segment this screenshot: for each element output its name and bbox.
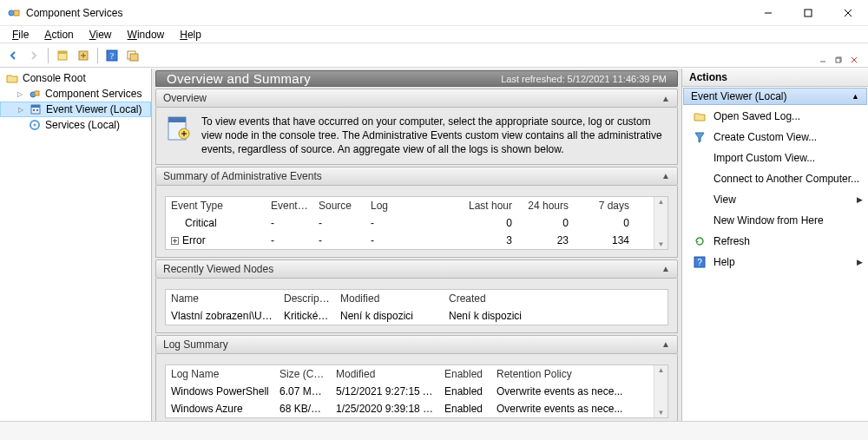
section-logsummary-header[interactable]: Log Summary ▲ — [155, 335, 678, 354]
details-pane: Overview and Summary Last refreshed: 5/1… — [152, 69, 681, 421]
section-summary-header[interactable]: Summary of Administrative Events ▲ — [155, 167, 678, 186]
menu-view[interactable]: View — [82, 28, 119, 42]
svg-point-25 — [34, 124, 36, 127]
tree-root[interactable]: Console Root — [0, 70, 151, 86]
svg-rect-22 — [33, 109, 35, 111]
maximize-button[interactable] — [788, 0, 828, 26]
overview-header: Overview and Summary Last refreshed: 5/1… — [155, 70, 678, 87]
svg-rect-12 — [58, 51, 67, 54]
menu-file[interactable]: File — [5, 28, 36, 42]
recent-grid[interactable]: Name Description Modified Created Vlastn… — [165, 289, 668, 325]
svg-rect-19 — [35, 91, 39, 95]
menu-window[interactable]: Window — [121, 28, 172, 42]
svg-rect-17 — [130, 54, 138, 61]
collapse-icon[interactable]: ▲ — [661, 94, 670, 103]
event-log-icon — [165, 115, 193, 142]
action-refresh[interactable]: Refresh — [682, 231, 868, 252]
svg-rect-1 — [14, 10, 19, 16]
mdi-close-button[interactable] — [847, 54, 861, 66]
expand-icon[interactable] — [171, 237, 179, 245]
tree-event-viewer[interactable]: ▷ Event Viewer (Local) — [0, 102, 151, 117]
action-help[interactable]: ? Help ▶ — [682, 252, 868, 273]
action-open-saved-log[interactable]: Open Saved Log... — [682, 106, 868, 127]
services-icon — [28, 118, 42, 132]
action-connect-computer[interactable]: Connect to Another Computer... — [682, 168, 868, 189]
toolbar-button-2[interactable] — [74, 46, 93, 65]
console-tree[interactable]: Console Root ▷ Component Services ▷ Even… — [0, 69, 152, 421]
table-row[interactable]: Windows Azure 68 KB/1.00... 1/25/2020 9:… — [166, 400, 654, 417]
collapse-icon[interactable]: ▲ — [661, 339, 670, 349]
svg-rect-8 — [836, 58, 840, 62]
actions-group-header[interactable]: Event Viewer (Local) ▲ — [683, 88, 867, 105]
action-new-window[interactable]: New Window from Here — [682, 210, 868, 231]
actions-pane: Actions Event Viewer (Local) ▲ Open Save… — [681, 69, 868, 421]
help-button[interactable]: ? — [102, 46, 122, 65]
chevron-right-icon: ▶ — [857, 195, 863, 204]
summary-grid[interactable]: Event Type Event ID Source Log Last hour… — [165, 196, 668, 250]
tree-component-services[interactable]: ▷ Component Services — [0, 86, 151, 102]
mdi-restore-button[interactable] — [832, 54, 845, 66]
scrollbar[interactable]: ▲▼ — [654, 365, 667, 417]
component-services-icon — [28, 87, 42, 101]
window-title: Component Services — [26, 7, 122, 19]
tree-services[interactable]: ▷ Services (Local) — [0, 117, 151, 133]
svg-rect-23 — [36, 109, 38, 111]
collapse-icon[interactable]: ▲ — [661, 264, 670, 273]
table-row[interactable]: Error - - - 3 23 134 — [166, 232, 654, 249]
svg-rect-21 — [31, 105, 40, 108]
title-bar: Component Services — [0, 0, 868, 26]
funnel-icon — [693, 130, 707, 144]
table-row[interactable]: Windows PowerShell 6.07 MB/1... 5/12/202… — [166, 383, 654, 400]
expander-icon[interactable]: ▷ — [16, 105, 25, 114]
close-button[interactable] — [828, 0, 868, 26]
mdi-minimize-button[interactable] — [816, 54, 830, 66]
actions-title: Actions — [682, 69, 868, 87]
collapse-icon[interactable]: ▲ — [661, 171, 670, 181]
event-viewer-icon — [29, 102, 43, 116]
toolbar-button-3[interactable] — [123, 46, 142, 65]
svg-text:?: ? — [697, 258, 702, 267]
nav-back-button[interactable] — [3, 46, 23, 65]
action-view[interactable]: View ▶ — [682, 189, 868, 210]
scrollbar[interactable]: ▲▼ — [654, 197, 667, 249]
logsummary-grid[interactable]: Log Name Size (Curre... Modified Enabled… — [165, 364, 668, 418]
menu-action[interactable]: Action — [37, 28, 80, 42]
svg-rect-27 — [168, 117, 186, 122]
folder-icon — [5, 71, 19, 85]
chevron-right-icon: ▶ — [857, 258, 863, 266]
section-overview-header[interactable]: Overview ▲ — [155, 89, 678, 108]
nav-forward-button[interactable] — [24, 46, 43, 65]
minimize-button[interactable] — [748, 0, 788, 26]
app-icon — [7, 6, 21, 20]
toolbar-button-1[interactable] — [53, 46, 72, 65]
help-icon: ? — [693, 255, 707, 269]
table-row[interactable]: Critical - - - 0 0 0 — [166, 214, 654, 232]
svg-rect-3 — [805, 10, 812, 16]
menu-help[interactable]: Help — [173, 28, 208, 42]
table-row[interactable]: Vlastní zobrazení\Událost... Kritické ud… — [166, 307, 667, 325]
svg-point-0 — [9, 10, 14, 16]
refresh-icon — [693, 234, 707, 248]
status-bar — [0, 421, 868, 440]
menubar: File Action View Window Help — [0, 26, 868, 43]
section-recent-header[interactable]: Recently Viewed Nodes ▲ — [155, 259, 678, 279]
toolbar-separator — [97, 48, 98, 63]
action-create-custom-view[interactable]: Create Custom View... — [682, 127, 868, 148]
svg-text:?: ? — [110, 51, 115, 61]
toolbar-separator — [48, 48, 49, 63]
toolbar: ? — [0, 43, 868, 68]
action-import-custom-view[interactable]: Import Custom View... — [682, 148, 868, 168]
open-log-icon — [693, 109, 707, 123]
expander-icon[interactable]: ▷ — [16, 89, 24, 98]
collapse-icon[interactable]: ▲ — [852, 92, 859, 101]
